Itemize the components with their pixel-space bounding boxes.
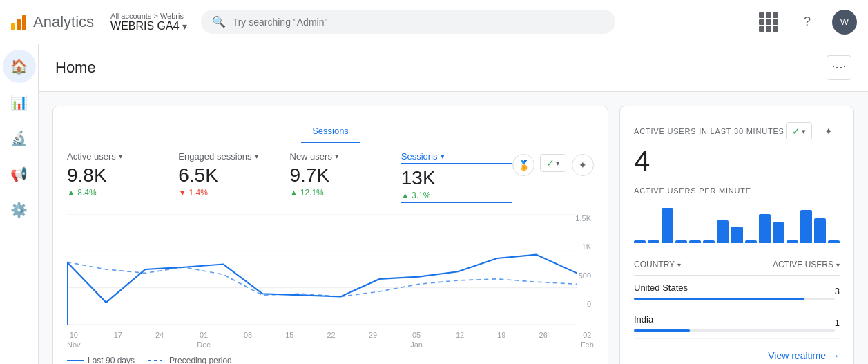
active-users-sort-icon: ▾ [836, 261, 840, 269]
metric-engaged-sessions[interactable]: Engaged sessions ▾ 6.5K ▼ 1.4% [178, 151, 289, 203]
help-icon: ? [804, 15, 811, 29]
tab-sessions[interactable]: Sessions [301, 120, 360, 143]
realtime-compare-button[interactable]: ✓ ▾ [786, 122, 812, 140]
country-india-count: 1 [835, 318, 840, 328]
solid-line [67, 255, 577, 303]
x-label-jan19: 19 [497, 330, 505, 350]
legend-dashed-line [148, 360, 165, 361]
legend-last-90-label: Last 90 days [88, 356, 135, 364]
line-chart [67, 214, 594, 325]
metric-new-users-chevron: ▾ [335, 152, 339, 161]
realtime-check-icon: ✓ [792, 126, 800, 137]
google-analytics-logo [11, 15, 26, 30]
logo-bar-3 [22, 15, 26, 30]
chart-area: 1.5K 1K 500 0 [67, 214, 594, 325]
metric-engaged-sessions-value: 6.5K [178, 164, 289, 186]
medal-icon[interactable]: 🏅 [512, 154, 534, 176]
metric-sessions-chevron: ▾ [441, 152, 445, 161]
topnav: Analytics All accounts > Webris WEBRIS G… [0, 0, 868, 44]
sidebar-item-explore[interactable]: 🔬 [3, 122, 36, 155]
sidebar-item-configure[interactable]: ⚙️ [3, 193, 36, 227]
realtime-arrow-icon: → [830, 350, 840, 361]
legend-last-90: Last 90 days [67, 356, 135, 364]
metric-active-users-chevron: ▾ [119, 152, 123, 161]
account-breadcrumb: All accounts > Webris [110, 12, 187, 20]
dashed-line [67, 262, 577, 296]
mini-bar-7 [717, 220, 729, 243]
country-us-bar-bg [634, 298, 835, 300]
page-title: Home [55, 59, 96, 77]
down-arrow-icon: ▼ [178, 188, 186, 198]
content-area: Sessions Active users ▾ 9.8K ▲ 8.4% [39, 92, 868, 364]
logo-bar-1 [11, 23, 15, 30]
mini-bar-4 [675, 240, 687, 243]
chart-tabs: Sessions [67, 120, 594, 143]
x-label-jan05: 05Jan [410, 330, 423, 350]
realtime-card: ACTIVE USERS IN LAST 30 MINUTES ✓ ▾ ✦ 4 … [619, 106, 854, 364]
avatar[interactable]: W [832, 10, 857, 35]
x-label-nov24: 24 [155, 330, 164, 350]
mini-bar-15 [828, 240, 840, 243]
chevron-down-icon: ▾ [182, 21, 187, 32]
metric-sessions[interactable]: Sessions ▾ 13K ▲ 3.1% [401, 151, 512, 203]
country-india-bar-fill [634, 329, 690, 332]
realtime-count: 4 [634, 145, 840, 178]
metric-active-users[interactable]: Active users ▾ 9.8K ▲ 8.4% [67, 151, 178, 203]
customize-button[interactable]: 〰 [827, 55, 851, 80]
metrics-actions: 🏅 ✓ ▾ ✦ [512, 151, 594, 203]
apps-button[interactable] [755, 8, 782, 36]
logo-bar-2 [17, 19, 21, 30]
realtime-actions: ✓ ▾ ✦ [786, 120, 840, 142]
chart-legend: Last 90 days Preceding period [67, 356, 594, 364]
active-users-header-label: ACTIVE USERS [773, 260, 833, 269]
apps-grid-icon [759, 12, 778, 32]
active-users-column-header[interactable]: ACTIVE USERS ▾ [773, 260, 840, 269]
account-name-dropdown[interactable]: WEBRIS GA4 ▾ [110, 20, 187, 32]
country-india-bar-bg [634, 329, 835, 332]
main-analytics-card: Sessions Active users ▾ 9.8K ▲ 8.4% [52, 106, 608, 364]
main-content: Home 〰 Sessions Active users ▾ 9.8K [39, 44, 868, 364]
metric-engaged-sessions-chevron: ▾ [255, 152, 259, 161]
compare-chevron: ▾ [556, 159, 560, 168]
explore-icon: 🔬 [10, 130, 28, 146]
country-us-bar-fill [634, 298, 804, 300]
metric-sessions-label[interactable]: Sessions ▾ [401, 151, 512, 164]
search-bar[interactable]: 🔍 [201, 10, 615, 34]
mini-bar-9 [745, 240, 757, 243]
metric-new-users-value: 9.7K [290, 164, 401, 186]
sidebar-item-reports[interactable]: 📊 [3, 86, 36, 119]
x-label-nov10: 10Nov [67, 330, 81, 350]
mini-bar-12 [787, 240, 798, 243]
metric-active-users-label[interactable]: Active users ▾ [67, 151, 178, 162]
realtime-header: ACTIVE USERS IN LAST 30 MINUTES ✓ ▾ ✦ [634, 120, 840, 142]
metric-new-users[interactable]: New users ▾ 9.7K ▲ 12.1% [290, 151, 401, 203]
x-label-dec22: 22 [327, 330, 336, 350]
realtime-mini-bars [634, 202, 840, 243]
home-icon: 🏠 [10, 58, 28, 75]
metric-sessions-change: ▲ 3.1% [401, 191, 512, 200]
sidebar-item-home[interactable]: 🏠 [3, 50, 36, 83]
sidebar-item-advertising[interactable]: 📢 [3, 157, 36, 191]
help-button[interactable]: ? [793, 8, 821, 36]
mini-bar-1 [634, 240, 646, 243]
advertising-icon: 📢 [10, 166, 28, 182]
search-icon: 🔍 [212, 15, 226, 28]
mini-bar-10 [759, 214, 771, 243]
page-header: Home 〰 [39, 44, 868, 92]
realtime-expand-icon[interactable]: ✦ [818, 120, 840, 142]
metric-new-users-label[interactable]: New users ▾ [290, 151, 401, 162]
metric-engaged-sessions-change: ▼ 1.4% [178, 188, 289, 198]
country-column-header[interactable]: COUNTRY ▾ [634, 260, 681, 269]
search-input[interactable] [233, 17, 604, 28]
sparkle-customize-icon[interactable]: ✦ [572, 154, 594, 176]
legend-preceding: Preceding period [148, 356, 232, 364]
x-label-dec08: 08 [244, 330, 252, 350]
metric-engaged-sessions-label[interactable]: Engaged sessions ▾ [178, 151, 289, 162]
x-label-jan26: 26 [539, 330, 548, 350]
realtime-footer: View realtime → [634, 350, 840, 361]
mini-bar-14 [814, 218, 826, 243]
compare-button[interactable]: ✓ ▾ [540, 154, 566, 172]
metrics-row: Active users ▾ 9.8K ▲ 8.4% Engaged sessi… [67, 151, 594, 203]
view-realtime-link[interactable]: View realtime → [768, 350, 840, 361]
account-selector[interactable]: All accounts > Webris WEBRIS GA4 ▾ [110, 12, 187, 32]
